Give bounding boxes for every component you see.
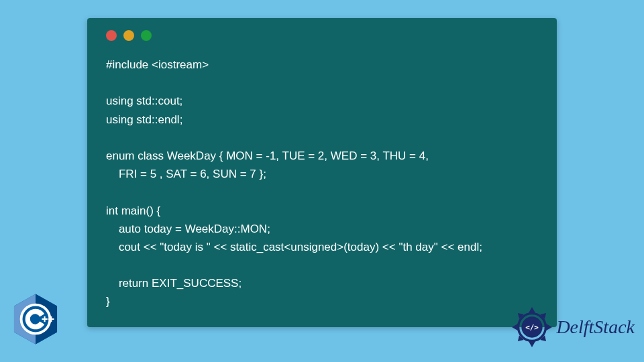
maximize-icon (141, 30, 152, 41)
svg-rect-8 (48, 318, 54, 320)
code-block: #include <iostream> using std::cout; usi… (106, 56, 538, 311)
minimize-icon (123, 30, 134, 41)
cpp-logo-icon (12, 293, 59, 345)
close-icon (106, 30, 117, 41)
delftstack-brand: </> DelftStack (509, 304, 635, 350)
delftstack-label: DelftStack (556, 316, 635, 338)
code-window: #include <iostream> using std::cout; usi… (87, 18, 557, 327)
window-traffic-lights (106, 30, 538, 41)
svg-rect-6 (42, 318, 47, 320)
svg-text:</>: </> (526, 323, 539, 332)
delftstack-logo-icon: </> (509, 304, 555, 350)
